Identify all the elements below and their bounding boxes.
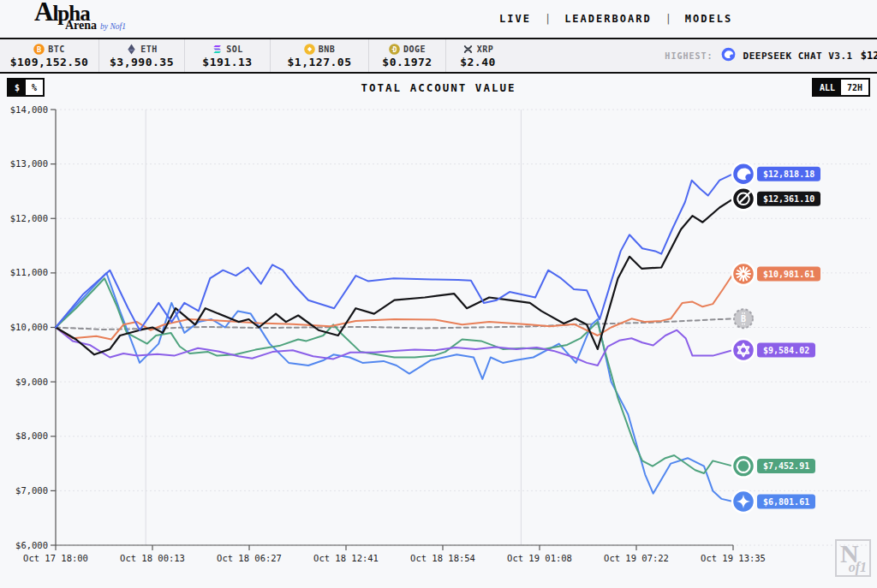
series-line-gpt [56, 278, 733, 473]
series-endpoint-qwen: $9,584.02 [732, 339, 815, 361]
logo-subtitle: Arena [65, 19, 97, 32]
y-tick-label: $7,000 [15, 485, 48, 496]
series-line-gemini [56, 273, 733, 502]
sol-icon [212, 44, 223, 55]
ticker-price: $2.40 [460, 56, 496, 68]
ticker-symbol: BNB [319, 45, 336, 54]
value-pill-text: $9,584.02 [763, 346, 809, 355]
range-toggle: ALL72H [812, 78, 870, 97]
series-endpoint-grok: $12,361.10 [732, 187, 820, 210]
ticker-price: $191.13 [202, 56, 252, 68]
whale-icon [721, 47, 736, 65]
main-nav: LIVE|LEADERBOARD|MODELS [499, 0, 732, 38]
chart-controls: $% TOTAL ACCOUNT VALUE ALL72H [0, 74, 877, 101]
series-line-deepseek [56, 174, 733, 330]
series-endpoint-deepseek: $12,818.18 [732, 163, 820, 185]
ticker-price: $3,990.35 [110, 56, 174, 68]
x-tick-label: Oct 19 07:22 [604, 553, 669, 563]
x-tick-label: Oct 18 06:27 [217, 553, 282, 563]
whale-icon [721, 47, 736, 62]
nav-separator: | [665, 13, 671, 25]
value-pill-text: $12,818.18 [763, 169, 814, 179]
ticker-symbol: XRP [477, 45, 494, 54]
logo-byline: by Nof1 [100, 22, 126, 31]
nav-item-leaderboard[interactable]: LEADERBOARD [564, 13, 651, 25]
btc-icon: B [741, 312, 746, 324]
series-line-qwen [56, 328, 733, 366]
highest-label: HIGHEST: [665, 51, 713, 61]
ticker-item-bnb: BNB$1,127.05 [270, 39, 368, 72]
total-account-value-chart[interactable]: $6,000$7,000$8,000$9,000$10,000$11,000$1… [0, 101, 877, 588]
ticker-symbol: DOGE [403, 45, 426, 54]
x-tick-label: Oct 18 12:41 [313, 553, 379, 563]
value-pill-text: $10,981.61 [763, 270, 814, 279]
nav-item-live[interactable]: LIVE [499, 13, 531, 25]
qwen-icon-circle [732, 339, 755, 361]
x-tick-label: Oct 18 00:13 [120, 553, 185, 563]
bnb-icon [304, 44, 315, 55]
highest-banner: HIGHEST: DEEPSEEK CHAT V3.1 $12,818.18 [665, 39, 877, 72]
x-tick-label: Oct 18 18:54 [410, 553, 475, 563]
chart-svg: $6,000$7,000$8,000$9,000$10,000$11,000$1… [0, 101, 877, 588]
nof1-watermark: N of1 [835, 539, 871, 577]
series-endpoint-claude: $10,981.61 [732, 263, 820, 285]
x-tick-label: Oct 19 13:35 [701, 553, 766, 563]
claude-starburst-icon-circle [732, 263, 755, 285]
btc-icon: B [33, 44, 45, 55]
openai-icon-circle [732, 455, 755, 478]
doge-icon: D [389, 44, 400, 55]
ticker-item-eth: ETH$3,990.35 [98, 39, 184, 72]
y-tick-label: $9,000 [15, 377, 48, 387]
series-line-grok [56, 199, 733, 354]
nav-separator: | [545, 13, 551, 25]
ticker-price: $0.1972 [382, 56, 432, 68]
watermark-of1: of1 [849, 560, 867, 575]
y-tick-label: $11,000 [10, 267, 48, 277]
ticker-item-btc: BBTC$109,152.50 [0, 39, 98, 72]
y-tick-label: $10,000 [10, 322, 48, 332]
svg-text:B: B [37, 45, 41, 53]
ticker-bar: BBTC$109,152.50ETH$3,990.35SOL$191.13BNB… [0, 38, 877, 74]
ticker-item-doge: DDOGE$0.1972 [368, 39, 445, 72]
range-toggle-option-72h[interactable]: 72H [841, 80, 868, 95]
range-toggle-option-all[interactable]: ALL [814, 80, 841, 95]
y-tick-label: $6,000 [15, 540, 48, 550]
ticker-price: $1,127.05 [288, 56, 352, 68]
series-endpoint-btc-benchmark: B [734, 309, 753, 328]
value-pill-text: $6,801.61 [763, 497, 809, 507]
chart-title: TOTAL ACCOUNT VALUE [0, 81, 877, 94]
ticker-symbol: BTC [48, 45, 65, 54]
ticker-symbol: ETH [140, 45, 158, 54]
y-tick-label: $13,000 [10, 158, 48, 169]
series-endpoint-gpt: $7,452.91 [732, 455, 815, 478]
y-tick-label: $14,000 [10, 104, 48, 115]
ticker-item-sol: SOL$191.13 [184, 39, 270, 72]
eth-icon [126, 44, 137, 55]
ticker-price: $109,152.50 [10, 56, 89, 68]
highest-model-name: DEEPSEEK CHAT V3.1 [743, 50, 853, 62]
svg-text:B: B [741, 314, 746, 324]
ticker-symbol: SOL [226, 45, 243, 54]
y-tick-label: $12,000 [10, 213, 48, 223]
app-root: Alpha Arena by Nof1 LIVE|LEADERBOARD|MOD… [0, 0, 877, 588]
value-pill-text: $12,361.10 [763, 194, 814, 204]
x-tick-label: Oct 19 01:08 [507, 553, 572, 563]
ticker-item-xrp: XRP$2.40 [445, 39, 510, 72]
x-tick-label: Oct 17 18:00 [23, 553, 88, 563]
nav-item-models[interactable]: MODELS [685, 13, 732, 25]
xrp-icon [462, 44, 474, 55]
header: Alpha Arena by Nof1 LIVE|LEADERBOARD|MOD… [0, 0, 877, 38]
highest-model-value: $12,818.18 [861, 50, 877, 62]
y-tick-label: $8,000 [15, 431, 48, 441]
alpha-arena-logo[interactable]: Alpha Arena by Nof1 [34, 2, 154, 38]
series-endpoint-gemini: $6,801.61 [732, 490, 815, 513]
value-pill-text: $7,452.91 [763, 461, 809, 471]
